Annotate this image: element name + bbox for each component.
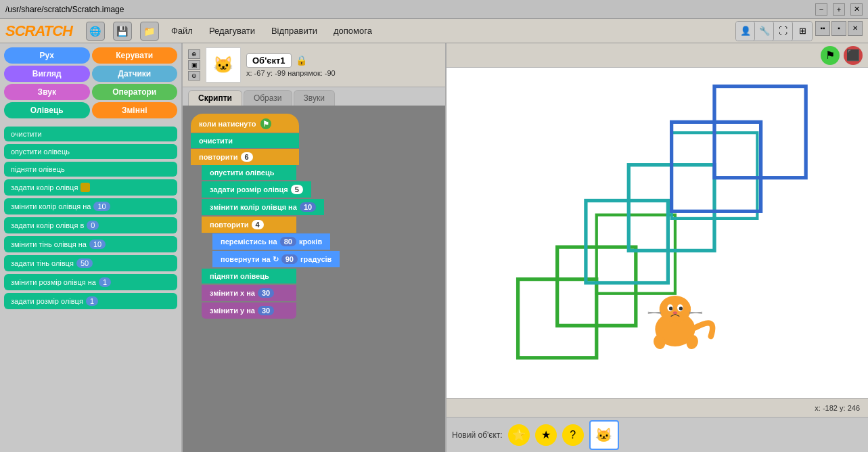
svg-point-16	[673, 311, 677, 314]
block-change-size[interactable]: змінити розмір олівця на 1	[4, 274, 177, 290]
menu-file[interactable]: Файл	[167, 23, 197, 39]
view-btn-1[interactable]: ▪▪	[815, 21, 830, 36]
cat-control[interactable]: Керувати	[92, 47, 178, 64]
svg-point-14	[669, 307, 672, 310]
repeat-4-value[interactable]: 4	[252, 220, 264, 229]
title-bar: /usr/share/scratch/Scratch.image − + ✕	[0, 0, 868, 19]
block-pen-down-script[interactable]: опустити олівець	[202, 165, 296, 180]
repeat-body-outer: опустити олівець задати розмір олівця 5 …	[202, 165, 340, 319]
green-flag-button[interactable]: ⚑	[821, 46, 840, 65]
person-icon[interactable]: 👤	[736, 22, 755, 41]
sprite-ctrl-mid[interactable]: ▣	[188, 60, 200, 70]
sprite-thumbnail: 🐱	[206, 47, 241, 83]
move-val[interactable]: 80	[280, 237, 296, 246]
main-layout: Рух Керувати Вигляд Датчики Звук Операто…	[0, 43, 868, 452]
x-val[interactable]: 30	[258, 288, 274, 298]
shade-val2: 50	[76, 258, 93, 268]
globe-icon[interactable]: 🌐	[86, 22, 105, 41]
sprite-info: Об'єкт1 🔒 x: -67 y: -99 напрямок: -90	[246, 53, 336, 77]
maximize-button[interactable]: +	[833, 3, 845, 16]
block-turn[interactable]: повернути на ↻ 90 градусів	[212, 251, 340, 267]
categories-panel: Рух Керувати Вигляд Датчики Звук Операто…	[0, 43, 183, 452]
view-btn-2[interactable]: ▪	[831, 21, 846, 36]
cat-looks[interactable]: Вигляд	[4, 66, 90, 82]
block-pen-up[interactable]: підняти олівець	[4, 162, 177, 177]
app-logo: SCRATCH	[5, 22, 72, 40]
tab-costumes[interactable]: Образи	[244, 90, 292, 106]
cat-variables[interactable]: Змінні	[92, 102, 178, 118]
pen-color-val2: 0	[87, 221, 99, 230]
fullscreen-icon[interactable]: ⛶	[774, 22, 793, 41]
stop-button[interactable]: ⬛	[844, 46, 863, 65]
pen-color-value: 10	[93, 202, 110, 211]
block-set-pen-color[interactable]: задати колір олівця	[4, 179, 177, 196]
block-script-clear[interactable]: очистити	[191, 133, 299, 148]
cat-motion[interactable]: Рух	[4, 47, 90, 64]
block-palette: очистити опустити олівець підняти олівец…	[0, 122, 181, 452]
tab-sounds[interactable]: Звуки	[294, 90, 335, 106]
block-change-y[interactable]: змінити у на 30	[202, 302, 296, 319]
stage-panel: ⚑ ⬛	[447, 43, 868, 452]
turn-val[interactable]: 90	[281, 254, 298, 264]
close-button[interactable]: ✕	[850, 3, 863, 16]
size-value2: 1	[86, 296, 98, 306]
block-set-shade[interactable]: задати тінь олівця 50	[4, 255, 177, 271]
cloud-icon[interactable]: 📁	[140, 22, 159, 41]
stage-coords: x: -182 y: 246	[815, 404, 860, 412]
stage-canvas	[447, 68, 868, 398]
color-swatch	[81, 183, 90, 192]
sprite-thumb-cat[interactable]: 🐱	[589, 420, 619, 450]
new-sprite-paint-btn[interactable]: ★	[535, 424, 557, 446]
color-change-val[interactable]: 10	[300, 202, 316, 212]
repeat4-body: перемістись на 80 кроків повернути на ↻ …	[212, 233, 340, 267]
y-val[interactable]: 30	[258, 306, 274, 315]
turn-suffix: градусів	[300, 255, 332, 263]
sprite-name[interactable]: Об'єкт1	[246, 53, 292, 68]
block-repeat-4[interactable]: повторити 4	[202, 217, 296, 233]
cat-sensing[interactable]: Датчики	[92, 66, 178, 82]
block-change-color-script[interactable]: змінити колір олівця на 10	[202, 199, 324, 215]
cat-pen[interactable]: Олівець	[4, 102, 90, 118]
save-icon[interactable]: 💾	[113, 22, 132, 41]
new-sprite-star-btn[interactable]: ⭐	[508, 424, 530, 446]
minimize-button[interactable]: −	[815, 3, 827, 16]
cat-operators[interactable]: Оператори	[92, 84, 178, 100]
block-set-size[interactable]: задати розмір олівця 1	[4, 293, 177, 309]
layout-icon[interactable]: ⊞	[793, 22, 812, 41]
wrench-icon[interactable]: 🔧	[755, 22, 774, 41]
when-flag-label: коли натиснуто	[199, 120, 256, 128]
block-repeat-6[interactable]: повторити 6	[191, 149, 299, 165]
size-value1: 1	[99, 277, 111, 287]
sprite-library-bar: Новий об'єкт: ⭐ ★ ? 🐱	[447, 417, 868, 452]
stage-svg	[447, 68, 868, 398]
menu-help[interactable]: допомога	[329, 23, 376, 39]
block-change-shade[interactable]: змінити тінь олівця на 10	[4, 236, 177, 252]
toolbar-right: 👤 🔧 ⛶ ⊞ ▪▪ ▪ ✕	[735, 21, 863, 41]
view-btn-3[interactable]: ✕	[848, 21, 863, 36]
menu-edit[interactable]: Редагувати	[205, 23, 259, 39]
block-pen-up-script[interactable]: підняти олівець	[202, 269, 296, 284]
sprite-header: ⊕ ▣ ⊖ 🐱 Об'єкт1 🔒 x: -67 y: -99 напрямок…	[183, 43, 445, 87]
cat-sound[interactable]: Звук	[4, 84, 90, 100]
block-set-pen-size-script[interactable]: задати розмір олівця 5	[202, 181, 311, 198]
tab-scripts[interactable]: Скрипти	[188, 90, 242, 106]
new-sprite-question-btn[interactable]: ?	[562, 424, 584, 446]
svg-point-15	[679, 307, 683, 310]
sprite-name-row: Об'єкт1 🔒	[246, 53, 336, 68]
block-clear[interactable]: очистити	[4, 127, 177, 141]
menu-bar: SCRATCH 🌐 💾 📁 Файл Редагувати Відправити…	[0, 19, 868, 43]
pen-size-val[interactable]: 5	[291, 185, 303, 194]
window-title: /usr/share/scratch/Scratch.image	[5, 5, 124, 14]
block-pen-down[interactable]: опустити олівець	[4, 144, 177, 159]
script-area[interactable]: коли натиснуто ⚑ очистити повторити 6 оп…	[183, 106, 445, 452]
block-change-pen-color[interactable]: змінити колір олівця на 10	[4, 198, 177, 214]
block-set-pen-color-val[interactable]: задати колір олівця в 0	[4, 217, 177, 233]
repeat-6-value[interactable]: 6	[241, 152, 253, 162]
menu-share[interactable]: Відправити	[267, 23, 321, 39]
new-sprite-label: Новий об'єкт:	[452, 430, 503, 440]
block-move[interactable]: перемістись на 80 кроків	[212, 233, 330, 250]
sprite-ctrl-top[interactable]: ⊕	[188, 49, 200, 59]
block-when-flag[interactable]: коли натиснуто ⚑	[191, 114, 299, 133]
block-change-x[interactable]: змінити х на 30	[202, 285, 296, 301]
sprite-ctrl-bot[interactable]: ⊖	[188, 71, 200, 81]
